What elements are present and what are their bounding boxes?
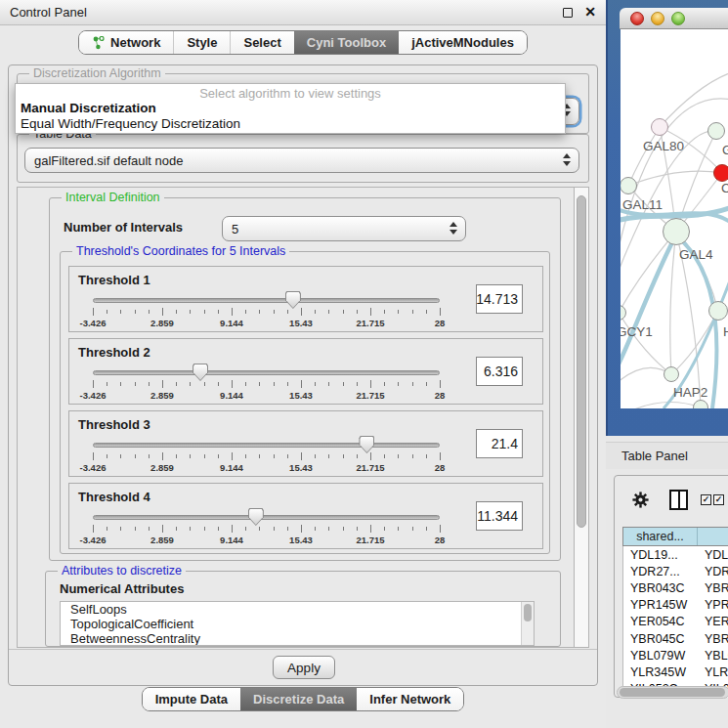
slider-tick: [274, 310, 275, 314]
table-cell: YBR0: [698, 579, 728, 596]
threshold-value-field[interactable]: 6.316: [476, 357, 523, 386]
tab-style[interactable]: Style: [173, 31, 230, 54]
tab-network[interactable]: Network: [79, 31, 173, 54]
number-of-intervals-combobox[interactable]: 5: [222, 216, 466, 241]
top-tab-bar: Network Style Select Cyni Toolbox jActiv…: [0, 30, 606, 55]
attribute-item[interactable]: TopologicalCoefficient: [61, 617, 534, 631]
columns-icon[interactable]: [669, 490, 688, 510]
dropdown-option-manual-discretization[interactable]: Manual Discretization: [21, 101, 156, 115]
slider-tick: [370, 525, 371, 533]
slider-tick: [440, 308, 441, 316]
scrollbar-thumb[interactable]: [524, 604, 532, 621]
scrollbar-thumb[interactable]: [577, 195, 586, 528]
network-node-h[interactable]: [708, 301, 728, 321]
slider-tick-label: 9.144: [220, 318, 243, 328]
slider-tick: [301, 452, 302, 460]
combo-arrows-icon: [563, 153, 571, 166]
tab-select[interactable]: Select: [230, 31, 293, 54]
zoom-window-button[interactable]: [671, 12, 685, 25]
table-row[interactable]: YDR27...YDR2: [623, 563, 728, 579]
slider-tick: [176, 527, 177, 531]
threshold-2-slider[interactable]: -3.4262.8599.14415.4321.71528: [93, 366, 440, 402]
combo-arrows-icon: [450, 222, 457, 235]
slider-tick: [287, 527, 288, 531]
slider-track[interactable]: [93, 298, 440, 303]
slider-tick: [412, 527, 413, 531]
slider-tick-labels: -3.4262.8599.14415.4321.71528: [93, 535, 440, 546]
threshold-label: Threshold 4: [78, 490, 150, 504]
slider-tick: [287, 382, 288, 386]
interval-definition-group: Interval Definition Number of Intervals …: [49, 197, 561, 561]
slider-tick: [93, 308, 94, 316]
slider-tick-label: 9.144: [220, 390, 243, 401]
slider-track[interactable]: [93, 370, 440, 375]
threshold-4-slider[interactable]: -3.4262.8599.14415.4321.71528: [93, 511, 440, 546]
threshold-value-field[interactable]: 11.344: [476, 501, 523, 531]
threshold-value-field[interactable]: 21.4: [476, 429, 523, 458]
table-data-combobox[interactable]: galFiltered.sif default node: [24, 148, 579, 173]
select-columns-icons[interactable]: ✓ ✓: [701, 494, 724, 505]
slider-track[interactable]: [93, 515, 440, 520]
tab-cyni-toolbox[interactable]: Cyni Toolbox: [294, 31, 399, 54]
slider-tick: [384, 382, 385, 386]
table-row[interactable]: YLR345WYLR3: [623, 664, 728, 680]
tab-jactivemnodules[interactable]: jActiveMNodules: [399, 31, 527, 54]
close-icon[interactable]: ✕: [584, 4, 596, 20]
table-row[interactable]: YDL19...YDL1: [623, 546, 728, 563]
float-window-icon[interactable]: [563, 8, 573, 18]
algorithm-dropdown-popup: Select algorithm to view settings Manual…: [15, 83, 566, 134]
slider-track[interactable]: [93, 443, 440, 448]
slider-tick: [135, 310, 136, 314]
table-row[interactable]: YER054CYER0: [623, 614, 728, 630]
slider-ticks: [93, 452, 440, 460]
table-row[interactable]: YBL079WYBL0: [623, 647, 728, 664]
network-node-hap2[interactable]: [664, 366, 679, 382]
slider-thumb[interactable]: [359, 436, 374, 453]
table-row[interactable]: YBR043CYBR0: [623, 579, 728, 596]
network-view-canvas[interactable]: GAL80GCGAL11GAL4GCY1HHAP2: [621, 29, 728, 408]
slider-thumb[interactable]: [193, 364, 208, 381]
network-node-c[interactable]: [713, 164, 728, 182]
threshold-label: Threshold 1: [78, 273, 150, 287]
network-node-gal4[interactable]: [663, 218, 690, 245]
tab-discretize-data[interactable]: Discretize Data: [240, 688, 357, 710]
threshold-3-slider[interactable]: -3.4262.8599.14415.4321.71528: [93, 439, 440, 474]
column-header-name[interactable]: na: [698, 528, 728, 545]
slider-tick: [232, 525, 233, 533]
minimize-window-button[interactable]: [651, 12, 664, 25]
network-node-gal80[interactable]: [651, 118, 668, 136]
numerical-attributes-list[interactable]: SelfLoopsTopologicalCoefficientBetweenne…: [60, 601, 535, 646]
slider-thumb[interactable]: [285, 291, 301, 309]
slider-tick: [162, 380, 163, 388]
bottom-tab-bar: Impute Data Discretize Data Infer Networ…: [0, 687, 606, 711]
dropdown-option-equal-width[interactable]: Equal Width/Frequency Discretization: [21, 116, 240, 131]
slider-tick-label: 2.859: [150, 462, 174, 473]
threshold-1-slider[interactable]: -3.4262.8599.14415.4321.71528: [93, 294, 440, 329]
slider-thumb[interactable]: [248, 508, 264, 526]
slider-tick-label: 21.715: [356, 390, 384, 401]
slider-tick: [120, 310, 121, 314]
list-scrollbar[interactable]: [521, 602, 534, 645]
slider-tick: [343, 310, 344, 314]
slider-tick: [398, 310, 399, 314]
attribute-item[interactable]: BetweennessCentrality: [61, 631, 534, 646]
scrollbar-thumb[interactable]: [620, 688, 725, 697]
slider-tick: [301, 308, 302, 316]
slider-tick: [135, 382, 136, 386]
table-horizontal-scrollbar[interactable]: [617, 686, 728, 699]
close-window-button[interactable]: [630, 12, 644, 25]
network-window-title-bar[interactable]: [620, 8, 728, 29]
threshold-value-field[interactable]: 14.713: [476, 284, 523, 314]
tab-impute-data[interactable]: Impute Data: [143, 688, 240, 710]
gear-icon[interactable]: [632, 492, 649, 508]
network-node-g[interactable]: [707, 122, 725, 140]
table-row[interactable]: YBR045CYBR0: [623, 630, 728, 647]
panel-scrollbar[interactable]: [574, 188, 588, 647]
attribute-item[interactable]: SelfLoops: [61, 602, 534, 617]
network-node[interactable]: [693, 400, 708, 408]
column-header-shared[interactable]: shared...: [623, 528, 698, 545]
table-row[interactable]: YPR145WYPR1: [623, 597, 728, 614]
slider-tick: [93, 525, 94, 533]
apply-button[interactable]: Apply: [273, 656, 335, 679]
tab-infer-network[interactable]: Infer Network: [357, 688, 463, 710]
